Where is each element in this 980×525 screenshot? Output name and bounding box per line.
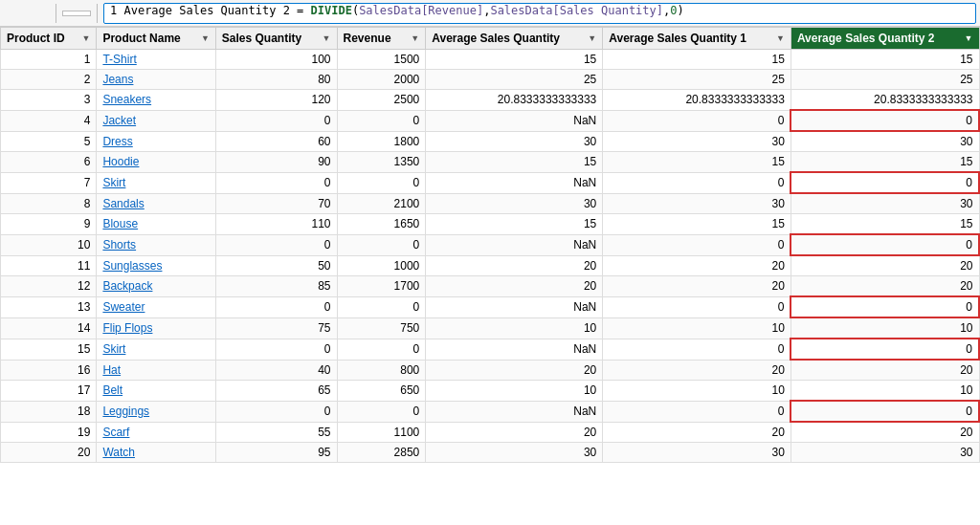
table-row: 12Backpack851700202020 [1, 276, 980, 297]
cell-product-name[interactable]: Scarf [97, 422, 215, 443]
cell-avg-sales-qty-1: 20 [603, 276, 791, 297]
cell-product-name[interactable]: Leggings [97, 401, 215, 422]
cell-product-id: 9 [1, 214, 97, 235]
table-row: 16Hat40800202020 [1, 360, 980, 381]
cell-product-name[interactable]: Hat [97, 360, 215, 381]
cell-sales-quantity: 95 [215, 443, 337, 463]
cell-avg-sales-qty-1: 20 [603, 360, 791, 381]
cell-sales-quantity: 0 [215, 110, 337, 131]
cell-avg-sales-qty: 30 [426, 131, 603, 152]
cell-avg-sales-qty-2: 20 [791, 360, 979, 381]
cell-product-name[interactable]: Shorts [97, 234, 215, 255]
cell-product-id: 8 [1, 193, 97, 214]
cell-product-id: 17 [1, 381, 97, 402]
cell-sales-quantity: 0 [215, 401, 337, 422]
formula-divider [56, 4, 56, 23]
cell-product-name[interactable]: Backpack [97, 276, 215, 297]
cell-product-id: 2 [1, 70, 97, 90]
table-row: 20Watch952850303030 [1, 443, 980, 463]
col-header-sales-quantity[interactable]: Sales Quantity ▼ [215, 28, 337, 50]
table-row: 13Sweater00NaN00 [1, 296, 980, 317]
close-button[interactable] [4, 3, 25, 24]
cell-avg-sales-qty: 15 [426, 152, 603, 173]
cell-product-name[interactable]: Skirt [97, 172, 215, 193]
cell-avg-sales-qty-2: 30 [791, 443, 979, 463]
cell-revenue: 650 [337, 381, 426, 402]
cell-product-id: 12 [1, 276, 97, 297]
cell-revenue: 1350 [337, 152, 426, 173]
cell-product-name[interactable]: Dress [97, 131, 215, 152]
filter-icon-avg-sales-qty-1[interactable]: ▼ [776, 33, 785, 43]
cell-sales-quantity: 75 [215, 317, 337, 339]
cell-sales-quantity: 0 [215, 172, 337, 193]
col-header-revenue[interactable]: Revenue ▼ [337, 28, 426, 50]
cell-product-name[interactable]: Flip Flops [97, 317, 215, 339]
cell-avg-sales-qty-1: 20.8333333333333 [603, 90, 791, 111]
table-row: 4Jacket00NaN00 [1, 110, 980, 131]
cell-product-name[interactable]: Watch [97, 443, 215, 463]
cell-product-name[interactable]: Jeans [97, 70, 215, 90]
formula-bar: 1 Average Sales Quantity 2 = DIVIDE(Sale… [0, 0, 980, 27]
cell-sales-quantity: 80 [215, 70, 337, 90]
cell-sales-quantity: 55 [215, 422, 337, 443]
table-row: 14Flip Flops75750101010 [1, 317, 980, 339]
cell-product-name[interactable]: Jacket [97, 110, 215, 131]
filter-icon-revenue[interactable]: ▼ [411, 33, 419, 43]
formula-input[interactable]: 1 Average Sales Quantity 2 = DIVIDE(Sale… [103, 3, 976, 24]
cell-product-name[interactable]: Sneakers [97, 90, 215, 111]
checkmark-button[interactable] [29, 3, 50, 24]
cell-avg-sales-qty: 15 [426, 50, 603, 70]
col-header-avg-sales-qty-2[interactable]: Average Sales Quantity 2 ▼ [791, 28, 979, 50]
cell-product-name[interactable]: T-Shirt [97, 50, 215, 70]
filter-icon-avg-sales-qty-2[interactable]: ▼ [965, 33, 973, 43]
cell-product-name[interactable]: Sunglasses [97, 255, 215, 276]
table-row: 7Skirt00NaN00 [1, 172, 980, 193]
cell-sales-quantity: 50 [215, 255, 337, 276]
cell-avg-sales-qty: 20.8333333333333 [426, 90, 603, 111]
cell-revenue: 0 [337, 110, 426, 131]
cell-avg-sales-qty-1: 0 [603, 339, 791, 360]
cell-product-id: 13 [1, 296, 97, 317]
table-row: 17Belt65650101010 [1, 381, 980, 402]
table-row: 10Shorts00NaN00 [1, 234, 980, 255]
cell-avg-sales-qty-2: 0 [791, 110, 979, 131]
filter-icon-product-name[interactable]: ▼ [201, 33, 210, 43]
cell-product-id: 15 [1, 339, 97, 360]
cell-revenue: 2100 [337, 193, 426, 214]
cell-product-name[interactable]: Belt [97, 381, 215, 402]
table-row: 9Blouse1101650151515 [1, 214, 980, 235]
col-header-avg-sales-qty[interactable]: Average Sales Quantity ▼ [426, 28, 603, 50]
cell-revenue: 2000 [337, 70, 426, 90]
filter-icon-product-id[interactable]: ▼ [81, 33, 90, 43]
cell-sales-quantity: 110 [215, 214, 337, 235]
cell-product-name[interactable]: Sandals [97, 193, 215, 214]
filter-icon-avg-sales-qty[interactable]: ▼ [588, 33, 596, 43]
cell-avg-sales-qty: 15 [426, 214, 603, 235]
cell-avg-sales-qty: NaN [426, 401, 603, 422]
cell-sales-quantity: 100 [215, 50, 337, 70]
cell-avg-sales-qty-1: 10 [603, 381, 791, 402]
cell-avg-sales-qty-2: 10 [791, 317, 979, 339]
cell-sales-quantity: 60 [215, 131, 337, 152]
cell-revenue: 1000 [337, 255, 426, 276]
cell-avg-sales-qty: 25 [426, 70, 603, 90]
cell-product-name[interactable]: Hoodie [97, 152, 215, 173]
table-row: 18Leggings00NaN00 [1, 401, 980, 422]
cell-product-name[interactable]: Sweater [97, 296, 215, 317]
cell-product-id: 5 [1, 131, 97, 152]
table-row: 2Jeans802000252525 [1, 70, 980, 90]
col-header-product-id[interactable]: Product ID ▼ [1, 28, 97, 50]
cell-avg-sales-qty-2: 0 [791, 296, 979, 317]
cell-avg-sales-qty: 30 [426, 193, 603, 214]
cell-revenue: 2500 [337, 90, 426, 111]
table-row: 5Dress601800303030 [1, 131, 980, 152]
col-header-product-name[interactable]: Product Name ▼ [97, 28, 215, 50]
cell-avg-sales-qty-1: 15 [603, 50, 791, 70]
cell-product-name[interactable]: Skirt [97, 339, 215, 360]
cell-avg-sales-qty: 10 [426, 317, 603, 339]
filter-icon-sales-quantity[interactable]: ▼ [323, 33, 331, 43]
cell-sales-quantity: 65 [215, 381, 337, 402]
col-header-avg-sales-qty-1[interactable]: Average Sales Quantity 1 ▼ [603, 28, 791, 50]
cell-avg-sales-qty: NaN [426, 234, 603, 255]
cell-product-name[interactable]: Blouse [97, 214, 215, 235]
